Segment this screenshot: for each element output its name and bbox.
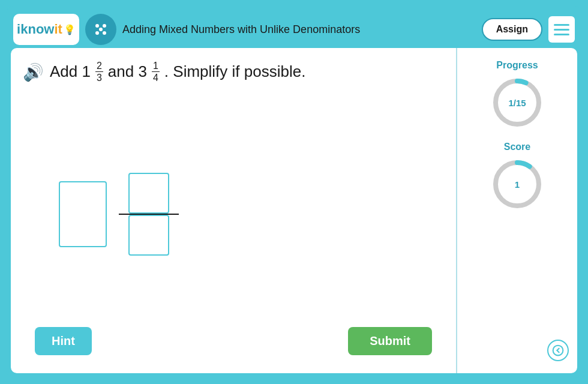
bulb-icon: 💡 [64,24,76,35]
fraction-2-denominator: 4 [152,72,160,83]
menu-line-1 [554,24,569,26]
question-part-2: and 3 [108,62,147,81]
progress-section: Progress 1/15 [490,60,544,130]
question-part-3: . Simplify if possible. [164,62,306,81]
fraction-1-denominator: 3 [95,72,103,83]
assign-button[interactable]: Assign [482,18,542,41]
question-part-1: Add 1 [50,62,91,81]
lesson-icon [85,14,116,45]
score-label: Score [504,142,530,152]
score-donut: 1 [490,157,544,211]
left-panel: 🔊 Add 1 2 3 and 3 1 4 . Simplify if poss… [11,48,456,373]
svg-point-1 [103,24,106,28]
svg-point-3 [95,31,99,35]
score-section: Score 1 [490,142,544,211]
submit-button[interactable]: Submit [348,327,432,355]
denominator-input[interactable] [128,215,169,256]
numerator-input[interactable] [128,173,169,214]
main-area: 🔊 Add 1 2 3 and 3 1 4 . Simplify if poss… [11,48,577,373]
progress-donut: 1/15 [490,76,544,130]
svg-point-9 [553,346,563,356]
logo: iknowit 💡 [13,14,79,45]
bottom-bar: Hint Submit [23,321,444,361]
audio-icon[interactable]: 🔊 [23,62,44,82]
back-button[interactable] [547,340,569,361]
logo-text: iknowit [17,22,62,37]
fraction-input-group [119,173,179,256]
progress-label: Progress [496,60,538,71]
whole-number-input[interactable] [59,181,107,247]
fraction-1-numerator: 2 [95,60,103,72]
score-value: 1 [515,179,520,190]
fraction-2: 1 4 [152,60,160,83]
fraction-2-numerator: 1 [152,60,160,72]
menu-button[interactable] [548,16,575,43]
app-container: iknowit 💡 Adding Mixed Numbers with Unli… [6,6,582,378]
menu-line-3 [554,34,569,35]
answer-area [23,107,444,321]
question-area: 🔊 Add 1 2 3 and 3 1 4 . Simplify if poss… [23,60,444,83]
progress-value: 1/15 [508,98,526,108]
svg-point-0 [95,24,99,28]
menu-line-2 [554,29,569,31]
svg-point-2 [99,28,103,31]
header: iknowit 💡 Adding Mixed Numbers with Unli… [11,11,577,48]
question-text: Add 1 2 3 and 3 1 4 . Simplify if possib… [50,60,305,83]
fraction-1: 2 3 [95,60,103,83]
svg-point-4 [103,31,106,35]
right-panel: Progress 1/15 Score [457,48,577,373]
lesson-title: Adding Mixed Numbers with Unlike Denomin… [122,23,476,36]
hint-button[interactable]: Hint [35,327,92,355]
